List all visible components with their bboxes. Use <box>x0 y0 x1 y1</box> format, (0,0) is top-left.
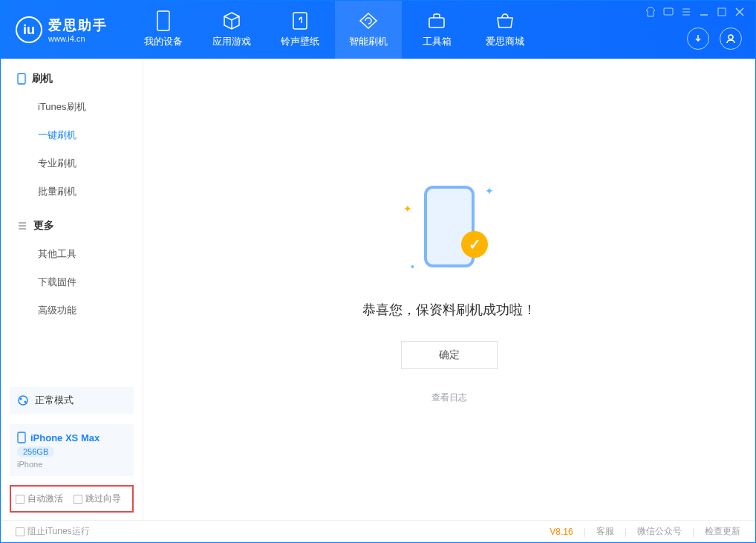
tab-label: 工具箱 <box>423 35 452 48</box>
tab-label: 智能刷机 <box>349 35 388 48</box>
close-icon[interactable] <box>734 7 745 17</box>
device-type: iPhone <box>17 460 126 469</box>
view-log-link[interactable]: 查看日志 <box>431 391 467 404</box>
sidebar-item-batch-flash[interactable]: 批量刷机 <box>38 178 143 206</box>
tab-label: 铃声壁纸 <box>281 35 319 48</box>
svg-point-7 <box>19 396 27 405</box>
checkbox-label: 跳过向导 <box>85 492 121 505</box>
body-area: 刷机 iTunes刷机 一键刷机 专业刷机 批量刷机 更多 其他工具 下载固件 … <box>1 59 755 520</box>
maximize-icon[interactable] <box>717 7 727 17</box>
success-message: 恭喜您，保资料刷机成功啦！ <box>362 301 536 319</box>
phone-icon <box>154 11 173 30</box>
section-title: 更多 <box>33 219 54 233</box>
sparkle-icon: ✦ <box>485 185 494 197</box>
tab-apps-games[interactable]: 应用游戏 <box>198 1 265 59</box>
shirt-icon[interactable] <box>645 7 656 17</box>
header-user-controls <box>687 27 742 50</box>
checkbox-icon <box>16 527 25 536</box>
checkbox-icon <box>74 495 82 504</box>
section-title: 刷机 <box>32 72 53 85</box>
mode-icon <box>17 394 29 406</box>
device-name-row: iPhone XS Max <box>17 432 126 443</box>
app-window: iu 爱思助手 www.i4.cn 我的设备 应用游戏 铃声壁纸 智能刷机 <box>0 0 756 543</box>
confirm-button[interactable]: 确定 <box>401 341 498 369</box>
check-circle-icon: ✓ <box>461 231 488 258</box>
svg-rect-2 <box>429 18 444 27</box>
tab-toolbox[interactable]: 工具箱 <box>403 1 470 59</box>
menu-icon[interactable] <box>681 7 691 17</box>
tab-label: 我的设备 <box>144 35 183 48</box>
highlighted-checkbox-row: 自动激活 跳过向导 <box>10 485 134 513</box>
tab-smart-flash[interactable]: 智能刷机 <box>335 1 402 59</box>
footer: 阻止iTunes运行 V8.16 | 客服 | 微信公众号 | 检查更新 <box>1 520 755 542</box>
minimize-icon[interactable] <box>699 7 709 17</box>
device-card[interactable]: iPhone XS Max 256GB iPhone <box>10 424 134 476</box>
download-button[interactable] <box>687 27 709 50</box>
store-icon <box>495 11 515 30</box>
sparkle-icon: ✦ <box>403 203 412 215</box>
block-itunes-checkbox[interactable]: 阻止iTunes运行 <box>16 525 90 538</box>
check-update-link[interactable]: 检查更新 <box>705 525 740 538</box>
svg-rect-6 <box>18 74 25 84</box>
svg-rect-3 <box>664 8 673 15</box>
wechat-link[interactable]: 微信公众号 <box>637 525 682 538</box>
music-icon <box>290 11 310 30</box>
phone-small-icon <box>17 73 26 85</box>
storage-badge: 256GB <box>17 446 54 457</box>
sidebar-item-download-firmware[interactable]: 下载固件 <box>38 268 143 296</box>
toolbox-icon <box>427 11 446 30</box>
device-name: iPhone XS Max <box>30 432 100 443</box>
sidebar-section-flash: 刷机 <box>1 59 143 93</box>
logo-title: 爱思助手 <box>48 16 108 34</box>
user-button[interactable] <box>720 27 742 50</box>
cube-icon <box>222 11 241 30</box>
feedback-icon[interactable] <box>663 7 674 17</box>
tab-ringtone-wallpaper[interactable]: 铃声壁纸 <box>267 1 333 59</box>
mode-label: 正常模式 <box>35 394 74 407</box>
nav-tabs: 我的设备 应用游戏 铃声壁纸 智能刷机 工具箱 爱思商城 <box>130 1 538 59</box>
sidebar: 刷机 iTunes刷机 一键刷机 专业刷机 批量刷机 更多 其他工具 下载固件 … <box>1 59 143 520</box>
svg-rect-0 <box>157 11 169 30</box>
sidebar-item-advanced[interactable]: 高级功能 <box>38 296 143 325</box>
svg-point-8 <box>20 398 22 400</box>
sidebar-item-itunes-flash[interactable]: iTunes刷机 <box>38 93 143 121</box>
checkbox-label: 自动激活 <box>27 492 63 505</box>
svg-point-9 <box>25 401 27 403</box>
logo-icon: iu <box>16 16 42 43</box>
success-illustration: ✦ ✦ • ✓ <box>397 175 501 279</box>
svg-rect-1 <box>293 13 307 29</box>
list-icon <box>17 221 27 231</box>
checkbox-icon <box>16 495 25 504</box>
window-controls-top <box>645 7 745 17</box>
skip-guide-checkbox[interactable]: 跳过向导 <box>74 492 121 505</box>
sidebar-list-flash: iTunes刷机 一键刷机 专业刷机 批量刷机 <box>1 93 143 206</box>
footer-right: V8.16 | 客服 | 微信公众号 | 检查更新 <box>550 525 740 538</box>
checkbox-label: 阻止iTunes运行 <box>27 525 90 538</box>
tab-my-device[interactable]: 我的设备 <box>130 1 197 59</box>
sidebar-section-more: 更多 <box>1 206 143 240</box>
auto-activate-checkbox[interactable]: 自动激活 <box>16 492 63 505</box>
svg-rect-4 <box>718 8 726 16</box>
svg-point-5 <box>729 35 733 39</box>
header: iu 爱思助手 www.i4.cn 我的设备 应用游戏 铃声壁纸 智能刷机 <box>1 1 755 59</box>
mode-status-card[interactable]: 正常模式 <box>10 387 134 414</box>
sidebar-item-pro-flash[interactable]: 专业刷机 <box>38 149 143 178</box>
main-content: ✦ ✦ • ✓ 恭喜您，保资料刷机成功啦！ 确定 查看日志 <box>143 59 755 520</box>
app-logo: iu 爱思助手 www.i4.cn <box>16 16 108 43</box>
support-link[interactable]: 客服 <box>596 525 614 538</box>
tab-label: 应用游戏 <box>212 35 251 48</box>
logo-url: www.i4.cn <box>48 34 108 43</box>
sidebar-list-more: 其他工具 下载固件 高级功能 <box>1 240 143 325</box>
version-label: V8.16 <box>550 527 573 537</box>
tab-label: 爱思商城 <box>486 35 524 48</box>
sidebar-item-oneclick-flash[interactable]: 一键刷机 <box>38 121 143 149</box>
refresh-icon <box>359 11 378 30</box>
sidebar-item-other-tools[interactable]: 其他工具 <box>38 240 143 268</box>
tab-store[interactable]: 爱思商城 <box>472 1 538 59</box>
device-icon <box>17 432 26 443</box>
svg-rect-10 <box>18 432 25 443</box>
sparkle-icon: • <box>411 261 414 273</box>
